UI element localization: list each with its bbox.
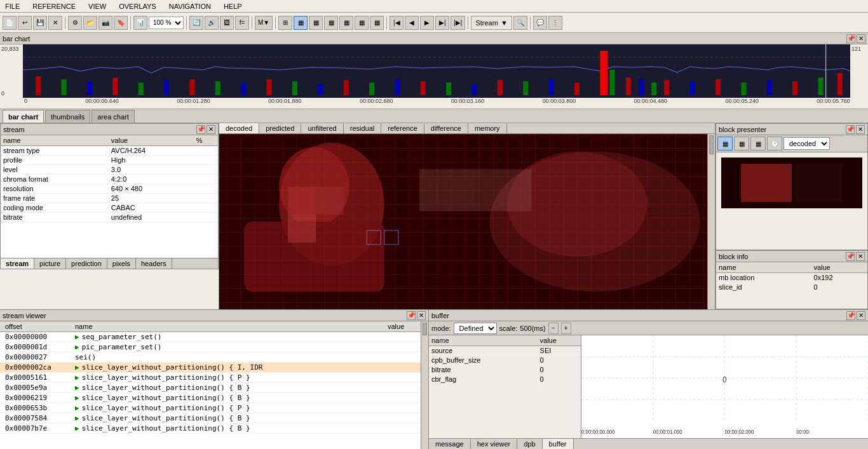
sv-row[interactable]: 0x0000001d▶pic_parameter_set()	[0, 342, 421, 352]
func-btn[interactable]: f=	[235, 16, 249, 30]
layout5-btn[interactable]: ▦	[355, 16, 369, 30]
barchart-pin-btn[interactable]: 📌	[846, 34, 855, 43]
sv-row[interactable]: 0x0000653b▶slice_layer_without_partition…	[0, 403, 421, 413]
sv-row[interactable]: 0x00007584▶slice_layer_without_partition…	[0, 413, 421, 424]
block-info-pin[interactable]: 📌	[846, 252, 855, 261]
sv-row[interactable]: 0x0000002ca▶slice_layer_without_partitio…	[0, 363, 421, 373]
stream-panel-pin[interactable]: 📌	[196, 125, 205, 134]
buf-tab-hexviewer[interactable]: hex viewer	[471, 439, 518, 449]
vol-btn[interactable]: 🔊	[205, 16, 219, 30]
search-btn[interactable]: 🔍	[513, 16, 527, 30]
skip-start-btn[interactable]: |◀	[390, 16, 403, 30]
tab-barchart[interactable]: bar chart	[3, 110, 44, 123]
expand-icon[interactable]: ▶	[75, 363, 79, 372]
layout3-btn[interactable]: ▦	[324, 16, 338, 30]
tab-residual[interactable]: residual	[344, 123, 382, 133]
sv-close[interactable]: ✕	[417, 311, 426, 320]
layout6-btn[interactable]: ▦	[370, 16, 384, 30]
tab-memory[interactable]: memory	[468, 123, 507, 133]
tab-unfiltered[interactable]: unfiltered	[301, 123, 343, 133]
block-mode-select[interactable]: decoded	[783, 137, 830, 150]
buf-tab-message[interactable]: message	[429, 439, 471, 449]
sv-row[interactable]: 0x00007b7e▶slice_layer_without_partition…	[0, 424, 421, 434]
expand-icon[interactable]: ▶	[75, 333, 79, 341]
block-tool-grid2[interactable]: ▦	[734, 137, 749, 151]
block-presenter-pin[interactable]: 📌	[846, 125, 855, 134]
barchart-close-btn[interactable]: ✕	[857, 34, 865, 43]
loop-btn[interactable]: 🔄	[189, 16, 203, 30]
settings-btn[interactable]: ⚙	[68, 16, 82, 30]
menu-overlays[interactable]: OVERLAYS	[116, 2, 159, 11]
m-btn[interactable]: M▼	[255, 16, 273, 30]
layout2-btn[interactable]: ▦	[309, 16, 323, 30]
menu-navigation[interactable]: NAVIGATION	[166, 2, 214, 11]
buf-mode-select[interactable]: Defined	[454, 323, 497, 334]
prev-btn[interactable]: ◀	[405, 16, 419, 30]
chat-btn[interactable]: 💬	[533, 16, 547, 30]
menu-help[interactable]: HELP	[221, 2, 245, 11]
buf-plus[interactable]: +	[561, 323, 571, 334]
sv-scrollbar[interactable]	[421, 321, 428, 449]
stream-tab-headers[interactable]: headers	[136, 258, 172, 269]
play-btn[interactable]: ▶	[420, 16, 434, 30]
new-btn[interactable]: 📄	[3, 16, 17, 30]
buf-pin[interactable]: 📌	[846, 311, 855, 320]
step-btn[interactable]: ▶|	[435, 16, 449, 30]
bookmark-btn[interactable]: 🔖	[114, 16, 128, 30]
menu-reference[interactable]: REFERENCE	[30, 2, 78, 11]
expand-icon[interactable]: ▶	[75, 343, 79, 351]
save-btn[interactable]: 💾	[33, 16, 47, 30]
expand-icon[interactable]: ▶	[75, 373, 79, 382]
screenshot-btn[interactable]: 🖼	[220, 16, 234, 30]
expand-icon[interactable]: ▶	[75, 384, 79, 392]
expand-icon[interactable]: ▶	[75, 404, 79, 412]
skip-end-btn[interactable]: |▶|	[451, 16, 465, 30]
sv-row[interactable]: 0x00006219▶slice_layer_without_partition…	[0, 393, 421, 403]
layout4-btn[interactable]: ▦	[339, 16, 353, 30]
tab-predicted[interactable]: predicted	[259, 123, 301, 133]
sv-row[interactable]: 0x00000000▶seq_parameter_set()	[0, 332, 421, 342]
layout1-btn[interactable]: ▦	[294, 16, 308, 30]
block-info-close[interactable]: ✕	[856, 252, 865, 261]
stream-selector[interactable]: Stream ▼	[471, 16, 512, 30]
video-scrollbar[interactable]	[707, 134, 715, 309]
buf-tab-dpb[interactable]: dpb	[517, 439, 542, 449]
expand-icon[interactable]: ▶	[75, 424, 79, 432]
sv-col-value: value	[383, 321, 421, 332]
open-btn[interactable]: 📂	[83, 16, 97, 30]
sv-pin[interactable]: 📌	[407, 311, 416, 320]
buf-tab-buffer[interactable]: buffer	[543, 439, 574, 449]
stream-panel-close[interactable]: ✕	[207, 125, 215, 134]
block-tool-grid1[interactable]: ▦	[717, 137, 733, 151]
stream-tab-picture[interactable]: picture	[34, 258, 66, 269]
close-btn[interactable]: ✕	[48, 16, 62, 30]
sv-row[interactable]: 0x00005e9a▶slice_layer_without_partition…	[0, 383, 421, 393]
middle-content: stream 📌 ✕ name value %	[0, 123, 868, 309]
menu-view[interactable]: VIEW	[86, 2, 109, 11]
block-tool-grid3[interactable]: ▦	[750, 137, 766, 151]
resize-btn[interactable]: ⊞	[278, 16, 292, 30]
buf-close[interactable]: ✕	[857, 311, 865, 320]
menu-file[interactable]: FILE	[3, 2, 22, 11]
zoom-select[interactable]: 100 %	[149, 17, 184, 29]
stream-tab-pixels[interactable]: pixels	[107, 258, 136, 269]
sv-row[interactable]: 0x00000027sei()	[0, 352, 421, 363]
buf-minus[interactable]: −	[548, 323, 559, 334]
tab-decoded[interactable]: decoded	[219, 123, 259, 133]
tab-areachart[interactable]: area chart	[92, 110, 135, 123]
tab-difference[interactable]: difference	[424, 123, 468, 133]
svg-rect-21	[523, 81, 528, 95]
stream-tab-prediction[interactable]: prediction	[66, 258, 107, 269]
tab-thumbnails[interactable]: thumbnails	[45, 110, 90, 123]
expand-icon[interactable]: ▶	[75, 394, 79, 402]
capture-btn[interactable]: 📷	[98, 16, 112, 30]
expand-icon[interactable]: ▶	[75, 414, 79, 422]
more-btn[interactable]: ⋮	[548, 16, 562, 30]
sv-row[interactable]: 0x00005161▶slice_layer_without_partition…	[0, 373, 421, 383]
block-tool-clock[interactable]: 🕐	[767, 137, 782, 151]
block-presenter-close[interactable]: ✕	[856, 125, 865, 134]
chart-btn[interactable]: 📊	[133, 16, 147, 30]
stream-tab-stream[interactable]: stream	[1, 258, 34, 269]
tab-reference[interactable]: reference	[381, 123, 424, 133]
undo-btn[interactable]: ↩	[18, 16, 32, 30]
